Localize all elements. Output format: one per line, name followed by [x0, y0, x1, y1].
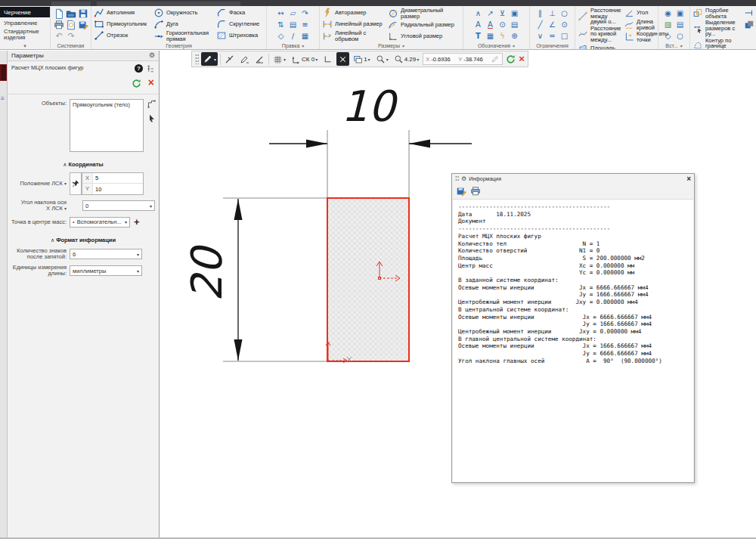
section-coordinates[interactable]: ∧ Координаты [8, 161, 159, 168]
undo-icon[interactable]: ↶ [53, 30, 65, 42]
button-point-coordinates[interactable]: Координаты точки [624, 31, 655, 42]
coordinate-system-button[interactable]: СК 0 ▾ [290, 52, 319, 66]
section-info-format[interactable]: ∧ Формат информации [8, 237, 159, 243]
insert-icon-5[interactable]: ◇ [662, 30, 674, 42]
edit-icon-6[interactable]: ≡ [299, 19, 311, 30]
print-icon[interactable] [53, 19, 65, 30]
button-circle[interactable]: Окружность [153, 8, 214, 18]
constraint-icon-6[interactable]: ⊙ [559, 19, 571, 30]
button-area[interactable]: Площадь [578, 43, 621, 50]
notation-icon-6[interactable]: A [485, 19, 497, 30]
create-object-button[interactable] [131, 78, 142, 89]
object-list-item[interactable]: Прямоугольник (тело) [73, 101, 141, 108]
lcs-position-label[interactable]: Положение ЛСК ▾ [8, 181, 70, 187]
constraint-icon-5[interactable]: ∠ [547, 19, 559, 30]
decimal-places-dropdown[interactable]: 6 ▾ [70, 249, 142, 259]
edit-icon-8[interactable]: ∕ [287, 30, 299, 42]
button-rectangle[interactable]: Прямоугольник [94, 19, 151, 29]
collapsed-panel-tab[interactable] [0, 64, 7, 81]
tools-extra-icon-1[interactable] [743, 8, 755, 18]
center-mark-icon[interactable]: ⊕ [509, 30, 521, 42]
lightning-icon[interactable]: ϟ [497, 30, 509, 42]
notation-icon-3[interactable]: ⊻ [497, 8, 509, 19]
edit-icon-4[interactable]: ⇅ [275, 19, 287, 30]
info-titlebar[interactable]: ⚙ Информация × [452, 174, 694, 184]
information-window[interactable]: ⚙ Информация × -------------------------… [451, 173, 695, 483]
tree-icon[interactable] [146, 64, 155, 73]
constraint-icon-1[interactable]: ∥ [534, 8, 547, 19]
new-document-icon[interactable] [53, 8, 65, 19]
notation-icon-1[interactable]: ∧ [472, 8, 485, 19]
group-label-system[interactable]: Системная [51, 42, 91, 49]
length-units-dropdown[interactable]: миллиметры ▾ [70, 265, 142, 276]
center-mass-style-dropdown[interactable]: • Вспомогательн... ▾ [70, 217, 130, 228]
insert-icon-4[interactable]: ▤ [674, 19, 686, 30]
x-value[interactable]: -0.6936 [431, 56, 457, 63]
constraint-icon-2[interactable]: ⊥ [547, 8, 559, 19]
button-radial-dim[interactable]: Радиальный размер [388, 20, 459, 30]
notation-icon-5[interactable]: A [472, 19, 485, 30]
button-autoline[interactable]: Автолиния [94, 8, 151, 18]
redo-icon[interactable]: ↷ [65, 30, 77, 42]
group-label-notations[interactable]: Обозначения▾ [463, 42, 529, 49]
window-grip[interactable] [455, 175, 459, 182]
preview-icon[interactable] [65, 19, 77, 30]
abort-button[interactable]: × [519, 54, 525, 64]
view-button[interactable]: ▾ [374, 52, 390, 66]
tab-standartnye-izdeliya[interactable]: Стандартные изделия [0, 28, 50, 41]
angle-edit-button[interactable] [238, 52, 251, 66]
edit-icon-7[interactable]: ◇ [275, 30, 287, 42]
button-angular-dim[interactable]: Угловой размер [388, 31, 459, 42]
button-segment[interactable]: Отрезок [94, 30, 151, 41]
group-label-dimensions[interactable]: Размеры▾ [320, 42, 463, 49]
button-fillet[interactable]: Скругление [216, 19, 263, 29]
axis-angle-dropdown[interactable]: 0 ▾ [82, 200, 155, 211]
tools-extra-icon-2[interactable] [743, 20, 755, 30]
contour-select-icon[interactable] [147, 99, 156, 109]
refresh-button[interactable] [505, 54, 516, 65]
toolbar-grip[interactable] [195, 54, 199, 64]
corner-mode-button[interactable] [321, 52, 334, 66]
print-report-button[interactable] [470, 186, 481, 197]
button-distance-two-objects[interactable]: Расстояние между двумя о... [578, 8, 621, 25]
constraint-icon-4[interactable]: ╱ [534, 19, 547, 30]
layers-button[interactable]: 1 ▾ [352, 52, 371, 66]
pick-cursor-icon[interactable] [147, 113, 156, 123]
save-as-icon[interactable] [77, 19, 89, 30]
button-arc[interactable]: Дуга [153, 19, 214, 29]
constraint-icon-7[interactable]: ∨ [534, 30, 547, 42]
cursor-coordinates[interactable]: X -0.6936 Y -38.746 [423, 53, 503, 65]
save-icon[interactable] [77, 8, 89, 19]
button-chamfer[interactable]: Фаска [216, 8, 263, 18]
edit-icon-5[interactable]: ▤ [287, 19, 299, 30]
cancel-command-button[interactable]: × [148, 78, 154, 89]
info-report[interactable]: ----------------------------------------… [453, 199, 693, 482]
angle-snap-button[interactable] [253, 52, 266, 66]
button-autodim[interactable]: Авторазмер [322, 8, 386, 18]
insert-icon-1[interactable]: ◉ [662, 8, 674, 19]
notation-icon-7[interactable]: ⊙ [497, 19, 509, 30]
tab-upravlenie[interactable]: Управление [0, 17, 50, 28]
edit-icon-1[interactable]: ↔ [275, 8, 287, 19]
button-curve-length[interactable]: Длина кривой [624, 19, 655, 30]
ortho-mode-button[interactable] [223, 52, 236, 66]
button-similar-object[interactable]: Подобие объекта [692, 8, 741, 19]
constraint-icon-8[interactable]: = [547, 30, 559, 42]
y-input[interactable]: 10 [93, 186, 101, 193]
notation-icon-4[interactable]: ▣ [509, 8, 521, 19]
help-icon[interactable]: ? [135, 64, 143, 73]
button-distance-along-curve[interactable]: Расстояние по кривой между... [578, 26, 621, 43]
grid-button[interactable]: ▾ [271, 52, 287, 66]
gear-icon[interactable]: ⚙ [149, 52, 155, 59]
pen-tool-button[interactable]: ▾ [201, 52, 218, 66]
table-tool-icon[interactable]: ▦ [485, 30, 497, 42]
edit-icon-9[interactable]: ▦ [299, 30, 311, 42]
text-tool-icon[interactable]: T [472, 30, 485, 42]
button-hatch[interactable]: Штриховка [216, 30, 263, 41]
close-icon[interactable]: × [686, 175, 691, 183]
group-label-geometry[interactable]: Геометрия [91, 42, 266, 49]
button-linear-break-dim[interactable]: Линейный с обрывом [322, 30, 386, 42]
save-report-button[interactable] [456, 186, 466, 197]
notation-icon-8[interactable]: ▤ [509, 19, 521, 30]
button-diametral-dim[interactable]: Диаметральный размер [388, 8, 459, 19]
